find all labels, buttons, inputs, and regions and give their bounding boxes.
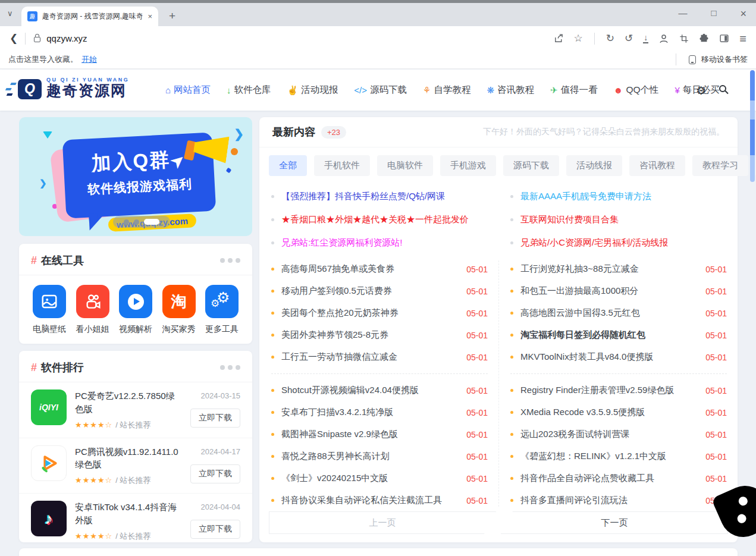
close-button[interactable]: × [740,8,746,20]
history-icon[interactable]: ↺ [625,33,633,43]
tool-taobao-show[interactable]: 淘 淘买家秀 [159,285,199,335]
next-page-button[interactable]: 下一页 [501,511,728,534]
tool-video-parser[interactable]: 视频解析 [116,285,155,335]
category-tab[interactable]: 源码下载 [503,155,559,176]
site-logo[interactable]: Q QU QI ZI YUAN WANG 趣奇资源网 [18,77,129,99]
mobile-bookmarks[interactable]: 移动设备书签 [669,54,748,65]
list-item[interactable]: 工行浏览好礼抽3~88元立减金05-01 [498,258,738,280]
star-rating: ★★★★☆/ 站长推荐 [75,420,182,431]
menu-icon[interactable]: ≡ [739,33,746,45]
category-tab[interactable]: 教程学习 [692,155,748,176]
category-tab[interactable]: 电脑软件 [377,155,433,176]
app-name-link[interactable]: PC腾讯视频v11.92.1411.0绿色版 [75,445,182,472]
import-bookmarks-hint: 点击这里导入收藏。 [8,54,78,65]
nav-item[interactable]: ✌ 活动现报 [287,84,338,96]
list-item[interactable]: 远山2023税务面试特训营课05-01 [498,423,738,445]
list-item[interactable]: XMedia Recode v3.5.9.5便携版05-01 [498,401,738,423]
list-item[interactable]: 《剑士》v20240215中文版05-01 [259,467,498,489]
featured-link[interactable]: 兄弟站:红尘资源网福利资源站! [259,231,498,255]
nav-item-label: 值得一看 [561,84,598,96]
list-item[interactable]: Registry Finder注册表管理v2.59绿色版05-01 [498,379,738,401]
maximize-button[interactable]: □ [711,8,716,20]
category-tab[interactable]: 手机软件 [314,155,370,176]
item-date: 05-01 [705,309,727,318]
prev-page-button[interactable]: 上一页 [269,511,496,534]
nav-item[interactable]: ⌂ 网站首页 [165,84,211,96]
nav-item[interactable]: </> 源码下载 [354,84,407,96]
list-item[interactable]: Shotcut开源视频编辑v24.04便携版05-01 [259,379,498,401]
crop-icon[interactable] [679,34,689,43]
category-tab[interactable]: 咨讯教程 [629,155,685,176]
item-date: 05-01 [466,408,488,417]
toolbar-divider [594,33,595,45]
list-item[interactable]: 《碧蓝幻想：RELINK》v1.2.1中文版05-01 [498,445,738,467]
nav-item[interactable]: ❋ 咨讯教程 [487,84,534,96]
tool-wallpaper[interactable]: 电脑壁纸 [30,285,69,335]
profile-icon[interactable] [658,33,669,44]
featured-link[interactable]: 【强烈推荐】抖音快手粉丝点赞/Q钻/网课 [259,185,498,208]
page-scrollbar[interactable] [750,70,755,182]
list-item[interactable]: 美团外卖神券节领25-8元券05-01 [259,324,498,346]
category-tab[interactable]: 活动线报 [566,155,622,176]
category-tab[interactable]: 全部 [269,155,307,176]
split-view-icon[interactable] [719,33,729,43]
app-name-link[interactable]: PC爱奇艺v12.2.5.7850绿色版 [75,389,182,416]
pagination: 上一页 下一页 [269,511,728,534]
list-item[interactable]: 淘宝福利每日签到必得随机红包05-01 [498,324,738,346]
search-icon[interactable] [719,85,726,92]
nav-item[interactable]: ⚘ 自学教程 [423,84,470,96]
nav-item[interactable]: ✈ 值得一看 [550,84,598,96]
list-item[interactable]: 高德地图云游中国得3.5元红包05-01 [498,302,738,324]
list-item[interactable]: 截图神器Snipaste v2.9绿色版05-01 [259,423,498,445]
list-item[interactable]: 工行五一劳动节抽微信立减金05-01 [259,346,498,368]
site-name: 趣奇资源网 [46,83,129,99]
browser-tab[interactable]: 趣 趣奇资源网 - 残雪资源网,趣味奇 × [21,7,158,26]
carousel-dots[interactable] [113,216,170,228]
tab-list-chevron-icon[interactable]: ∨ [7,9,13,18]
list-item[interactable]: 和包五一出游抽最高1000积分05-01 [498,280,738,302]
back-icon[interactable]: ❮ [10,32,18,45]
carousel-prev-icon[interactable]: ❯ [39,178,47,189]
tab-close-icon[interactable]: × [148,12,152,21]
minimize-button[interactable]: — [678,8,687,20]
list-item[interactable]: 安卓布丁扫描v3.4.2.1纯净版05-01 [259,401,498,423]
category-tab[interactable]: 手机游戏 [440,155,496,176]
tool-girls-video[interactable]: 看小姐姐 [73,285,112,335]
lock-icon[interactable] [34,37,40,42]
app-name-link[interactable]: 安卓TikTok v34.1.4抖音海外版 [75,501,182,527]
share-icon[interactable] [554,33,564,43]
list-item[interactable]: MKVToolNix封装工具v84.0便携版05-01 [498,346,738,368]
bookmark-star-icon[interactable]: ☆ [574,33,583,43]
list-item[interactable]: 高德每周567抽免单或美食券05-01 [259,258,498,280]
reload-icon[interactable]: ↻ [606,33,614,43]
download-now-button[interactable]: 立即下载 [190,409,240,428]
download-icon[interactable]: ↓ [643,33,648,43]
nav-item-label: 咨讯教程 [497,84,534,96]
nav-item[interactable]: ↓ 软件仓库 [227,84,271,96]
list-item[interactable]: 移动用户签到领0.5元话费券05-01 [259,280,498,302]
address-bar[interactable]: qqzyw.xyz [46,33,87,43]
download-now-button[interactable]: 立即下载 [190,464,240,483]
more-dots-icon[interactable] [220,258,240,263]
bullet-icon [510,499,513,502]
list-item[interactable]: 美团每个整点抢20元奶茶神券05-01 [259,302,498,324]
featured-link[interactable]: 兄弟站/小C资源网/宅男福利/活动线报 [498,231,738,255]
more-dots-icon[interactable] [220,365,240,370]
new-tab-button[interactable]: + [169,10,175,23]
nav-item[interactable]: ☻ QQ个性 [614,84,659,96]
list-item[interactable]: 喜悦之路88天男神长高计划05-01 [259,445,498,467]
promo-banner[interactable]: 加入Q群➤ 软件线报游戏福利 www.quqizy.com ❯ ❯ [19,117,252,236]
download-now-button[interactable]: 立即下载 [190,520,240,539]
list-item[interactable]: 抖音协议采集自动评论私信关注截流工具05-01 [259,489,498,511]
settings-gear-icon[interactable]: ⚙ [696,84,706,98]
list-item[interactable]: 抖音作品全自动评论点赞收藏工具05-01 [498,467,738,489]
browser-window: ∨ 趣 趣奇资源网 - 残雪资源网,趣味奇 × + — □ × ❮ qqzyw.… [0,0,756,556]
import-start-link[interactable]: 开始 [81,54,97,65]
carousel-next-icon[interactable]: ❯ [234,127,244,141]
list-item[interactable]: 抖音多直播间评论引流玩法05-01 [498,489,738,511]
extensions-icon[interactable] [699,33,709,43]
tool-more-tools[interactable]: ⚙⚙ 更多工具 [202,285,241,335]
featured-link[interactable]: ★香烟口粮★外烟★越代★关税★一件起批发价 [259,208,498,231]
featured-link[interactable]: 互联网知识付费项目合集 [498,208,738,231]
featured-link[interactable]: 最新AAAA手机靓号免费申请方法 [498,185,738,208]
